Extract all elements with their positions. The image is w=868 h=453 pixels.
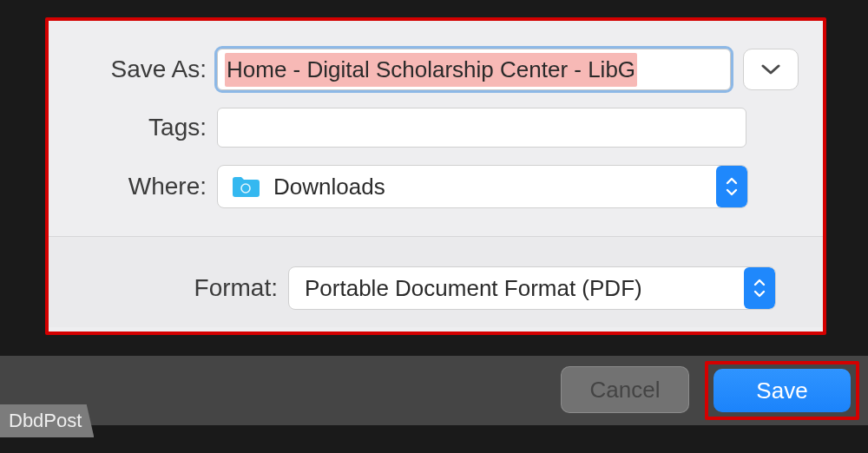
where-value: Downloads — [273, 174, 716, 200]
save-button-highlight: Save — [705, 361, 859, 420]
where-row: Where: Downloads — [73, 165, 799, 208]
cancel-label: Cancel — [590, 377, 661, 404]
format-select[interactable]: Portable Document Format (PDF) — [288, 266, 776, 310]
tags-input[interactable] — [217, 108, 746, 148]
where-dropdown-arrows[interactable] — [716, 166, 747, 207]
cancel-button[interactable]: Cancel — [561, 366, 689, 413]
save-dialog-panel: Save As: Home - Digital Scholarship Cent… — [45, 17, 826, 335]
save-as-label: Save As: — [73, 56, 217, 83]
format-dropdown-arrows[interactable] — [744, 267, 775, 309]
format-row: Format: Portable Document Format (PDF) — [73, 266, 799, 310]
watermark: DbdPost — [0, 404, 94, 437]
save-as-value: Home - Digital Scholarship Center - LibG — [225, 53, 637, 87]
save-button[interactable]: Save — [713, 369, 851, 412]
save-as-input[interactable]: Home - Digital Scholarship Center - LibG — [217, 49, 731, 90]
chevron-up-icon — [726, 177, 738, 185]
format-value: Portable Document Format (PDF) — [305, 275, 744, 302]
dialog-bottom-section: Format: Portable Document Format (PDF) — [49, 237, 823, 327]
format-label: Format: — [73, 274, 288, 302]
chevron-down-icon — [761, 63, 780, 76]
chevron-down-icon — [753, 290, 766, 298]
where-select[interactable]: Downloads — [217, 165, 748, 208]
save-label: Save — [756, 378, 807, 404]
tags-label: Tags: — [73, 114, 217, 141]
where-label: Where: — [73, 173, 217, 200]
tags-row: Tags: — [73, 108, 799, 148]
dialog-buttons-bar: Cancel Save — [0, 356, 868, 425]
dialog-top-section: Save As: Home - Digital Scholarship Cent… — [49, 21, 823, 231]
chevron-down-icon — [726, 188, 738, 196]
folder-icon — [230, 174, 261, 200]
chevron-up-icon — [753, 279, 766, 286]
expand-button[interactable] — [743, 49, 799, 90]
save-as-row: Save As: Home - Digital Scholarship Cent… — [73, 49, 799, 90]
